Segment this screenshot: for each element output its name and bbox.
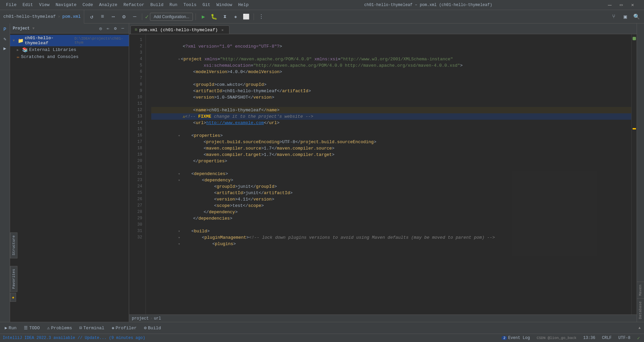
eb-url[interactable]: url [154,316,161,321]
status-left: IntelliJ IDEA 2022.3 available // Update… [3,336,145,340]
maven-panel-tab[interactable]: Maven [637,282,644,298]
position-indicator[interactable]: 13:36 [582,335,597,341]
run-tab[interactable]: ▶ Run [1,324,20,332]
tab-close-button[interactable]: ✕ [220,27,225,33]
tree-item-scratches[interactable]: ✏ Scratches and Consoles [10,53,129,60]
tree-scratches-label: Scratches and Consoles [21,54,78,59]
line-num-25: 25 [129,190,146,196]
bottom-toolbar-right: ▲ [636,325,643,331]
menu-view[interactable]: View [36,2,52,8]
terminal-tab[interactable]: ⊡ Terminal [76,324,108,332]
build-tab-icon: ⚙ [144,325,147,331]
menu-git[interactable]: Git [200,2,213,8]
database-panel-tab[interactable]: Database [637,298,644,322]
csdn-user[interactable]: CSDN @lion_go_back [535,336,578,340]
event-log-item[interactable]: 2 Event Log [500,335,531,341]
breadcrumb-project[interactable]: ch01-hello-thymeleaf [3,14,56,19]
add-configuration-button[interactable]: Add Configuration... [150,13,193,21]
todo-tab[interactable]: ☰ TODO [20,324,43,332]
structure-panel-tab[interactable]: Structure [10,232,17,258]
code-content[interactable]: <?xml version="1.0" encoding="UTF-8"?> ▾… [146,34,631,315]
code-editor: 1 2 3 4 5 6 7 8 9 10 11 12 13 14 15 16 1 [129,34,637,315]
terminal-tab-label: Terminal [84,326,104,331]
panel-settings-icon[interactable]: ⚙ [112,25,119,32]
ide-wrapper: File Edit View Navigate Code Analyze Ref… [0,0,644,342]
menu-code[interactable]: Code [80,2,96,8]
menu-help[interactable]: Help [235,2,251,8]
menu-bar: File Edit View Navigate Code Analyze Ref… [3,2,251,8]
run-button[interactable]: ▶ [199,12,208,21]
collapse-all-icon[interactable]: ≡ [98,12,107,21]
locate-file-icon[interactable]: ◎ [97,25,104,32]
tree-arrow-root: ▼ [13,39,16,43]
line-num-24: 24 [129,183,146,190]
project-panel-toggle[interactable]: P [1,25,9,34]
external-libs-icon: 📚 [22,47,28,53]
layout-icon[interactable]: ▣ [621,12,630,21]
menu-navigate[interactable]: Navigate [53,2,79,8]
bottom-toolbar: ▶ Run ☰ TODO ⚠ Problems ⊡ Terminal ◈ Pro… [0,322,644,334]
todo-tab-label: TODO [29,326,40,331]
code-line-21: ▾ <dependencies> [151,164,631,171]
tab-label: pom.xml (ch01-hello-thymeleaf) [139,27,218,33]
line-num-12: 12 [129,107,146,113]
editor-tab-pom[interactable]: m pom.xml (ch01-hello-thymeleaf) ✕ [130,25,229,34]
menu-tools[interactable]: Tools [181,2,199,8]
tree-item-external-libs[interactable]: ▶ 📚 External Libraries [10,46,129,53]
debug-button[interactable]: 🐛 [209,12,219,21]
line-num-13: 13 [129,113,146,120]
profile-button[interactable]: ◈ [231,12,240,21]
panel-header: Project ▼ ◎ ⇐ ⚙ — [10,23,129,34]
run-icon[interactable]: ▶ [1,44,9,53]
menu-build[interactable]: Build [148,2,166,8]
favorites-panel-tab[interactable]: Favorites [10,266,17,292]
sync-icon[interactable]: ↺ [87,12,96,21]
panel-dropdown-arrow[interactable]: ▼ [32,26,35,31]
code-line-30: ▾ <build> [151,222,631,228]
line-num-19: 19 [129,152,146,158]
menu-analyze[interactable]: Analyze [96,2,120,8]
run-tab-icon: ▶ [5,325,7,331]
menu-refactor[interactable]: Refactor [121,2,147,8]
panel-minimize-icon[interactable]: — [119,25,126,32]
eb-project[interactable]: project [132,316,149,321]
tab-file-icon: m [135,27,137,32]
toolbar-separator3 [254,13,254,20]
status-message[interactable]: IntelliJ IDEA 2022.3 available // Update… [3,336,145,340]
maximize-button[interactable]: ▭ [616,0,626,10]
line-num-4: 4 [129,56,146,62]
code-line-16: <project.build.sourceEncoding>UTF-8</pro… [151,132,631,139]
commit-icon[interactable]: ✎ [1,35,9,43]
minimize-button[interactable]: — [605,0,614,10]
tree-item-root[interactable]: ▼ 📁 ch01-hello-thymeleaf D:\IDEA\project… [10,35,129,46]
menu-edit[interactable]: Edit [20,2,36,8]
close-button[interactable]: ✕ [628,0,637,10]
search-everywhere-icon[interactable]: 🔍 [632,12,641,21]
stop-button[interactable]: ⬜ [241,12,251,21]
favorites-star-area: ★ [10,293,16,302]
menu-window[interactable]: Window [214,2,235,8]
collapse-all-tree-icon[interactable]: ⇐ [105,25,111,32]
menu-file[interactable]: File [3,2,19,8]
menu-run[interactable]: Run [167,2,180,8]
line-num-5: 5 [129,62,146,69]
coverage-button[interactable]: ⧗ [220,12,229,21]
minimize-panel-icon[interactable]: — [130,12,139,21]
star-icon[interactable]: ★ [12,294,14,300]
problems-tab[interactable]: ⚠ Problems [44,324,75,332]
more-actions-button[interactable]: ⋮ [257,12,266,21]
git-icon[interactable]: ⑂ [609,12,619,21]
line-num-16: 16 [129,132,146,139]
profiler-tab[interactable]: ◈ Profiler [108,324,140,332]
encoding-indicator[interactable]: UTF-8 [617,335,632,341]
error-stripe [631,34,637,315]
line-sep-indicator[interactable]: CRLF [601,335,613,341]
tab-bar: m pom.xml (ch01-hello-thymeleaf) ✕ [129,23,637,34]
settings-icon[interactable]: ⚙ [119,12,128,21]
expand-toolbar-icon[interactable]: ▲ [636,325,643,331]
show-options-icon[interactable]: ⋯ [108,12,118,21]
line-num-10: 10 [129,94,146,101]
build-tab[interactable]: ⚙ Build [141,324,164,332]
breadcrumb-file[interactable]: pom.xml [62,14,81,19]
line-num-2: 2 [129,43,146,50]
